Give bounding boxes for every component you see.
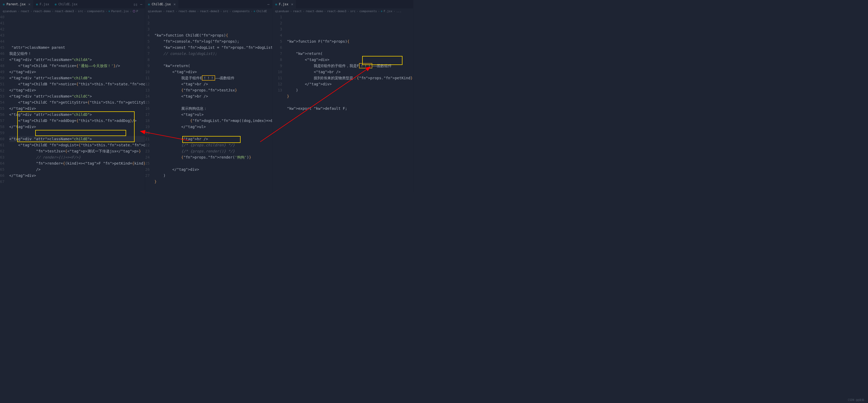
- close-icon[interactable]: ×: [174, 2, 176, 6]
- tab-f-jsx[interactable]: ⚛ F.jsx ×: [272, 0, 296, 8]
- tab-label: Parent.jsx: [6, 2, 25, 6]
- breadcrumb[interactable]: qianduan› react› react-demo› react-demo3…: [0, 8, 145, 14]
- react-icon: ⚛: [275, 2, 277, 6]
- pane-childe: ⚛ ChildE.jsx × ⋯ qianduan› react› react-…: [145, 0, 272, 192]
- tab-bar: ⚛ Parent.jsx × ⚛ F.jsx ⚛ ChildE.jsx ▯▯ ⋯: [0, 0, 145, 8]
- tab-label: F.jsx: [40, 2, 49, 6]
- tab-label: F.jsx: [279, 2, 288, 6]
- line-gutter: 1234567891011121314151617181920212223242…: [145, 14, 154, 192]
- code-content[interactable]: "attr">className= parent 我是父组件！<"tag">di…: [9, 14, 145, 192]
- react-icon: ⚛: [36, 2, 38, 6]
- breadcrumb[interactable]: qianduan› react› react-demo› react-demo3…: [272, 8, 413, 14]
- pane-f: ⚛ F.jsx × qianduan› react› react-demo› r…: [272, 0, 413, 192]
- tab-childe-jsx[interactable]: ⚛ ChildE.jsx: [52, 0, 80, 8]
- close-icon[interactable]: ×: [291, 2, 293, 6]
- tab-label: ChildE.jsx: [152, 2, 170, 6]
- tab-parent-jsx[interactable]: ⚛ Parent.jsx ×: [0, 0, 33, 8]
- code-content[interactable]: "kw">function ChildE("fn">props){ "fn">c…: [154, 14, 272, 192]
- line-gutter: 12345678910111213: [272, 14, 287, 192]
- pane-parent: ⚛ Parent.jsx × ⚛ F.jsx ⚛ ChildE.jsx ▯▯ ⋯…: [0, 0, 145, 192]
- code-area[interactable]: 12345678910111213 "kw">function F("fn">p…: [272, 14, 413, 192]
- more-icon[interactable]: ⋯: [267, 2, 270, 6]
- line-gutter: 4041424344454647484950515253545556575859…: [0, 14, 9, 192]
- tab-f-jsx[interactable]: ⚛ F.jsx: [33, 0, 52, 8]
- more-icon[interactable]: ⋯: [140, 2, 142, 6]
- code-area[interactable]: 4041424344454647484950515253545556575859…: [0, 14, 145, 192]
- close-icon[interactable]: ×: [28, 2, 30, 6]
- code-area[interactable]: 1234567891011121314151617181920212223242…: [145, 14, 272, 192]
- react-icon: ⚛: [55, 2, 57, 6]
- split-editor-icon[interactable]: ▯▯: [133, 2, 138, 6]
- react-icon: ⚛: [148, 2, 150, 6]
- tab-bar: ⚛ ChildE.jsx × ⋯: [145, 0, 272, 8]
- tab-label: ChildE.jsx: [58, 2, 78, 6]
- code-content[interactable]: "kw">function F("fn">props){ "kw">return…: [287, 14, 413, 192]
- react-icon: ⚛: [3, 2, 5, 6]
- editor-container: ⚛ Parent.jsx × ⚛ F.jsx ⚛ ChildE.jsx ▯▯ ⋯…: [0, 0, 413, 192]
- tab-bar: ⚛ F.jsx ×: [272, 0, 413, 8]
- tab-childe-jsx[interactable]: ⚛ ChildE.jsx ×: [145, 0, 178, 8]
- breadcrumb[interactable]: qianduan› react› react-demo› react-demo3…: [145, 8, 272, 14]
